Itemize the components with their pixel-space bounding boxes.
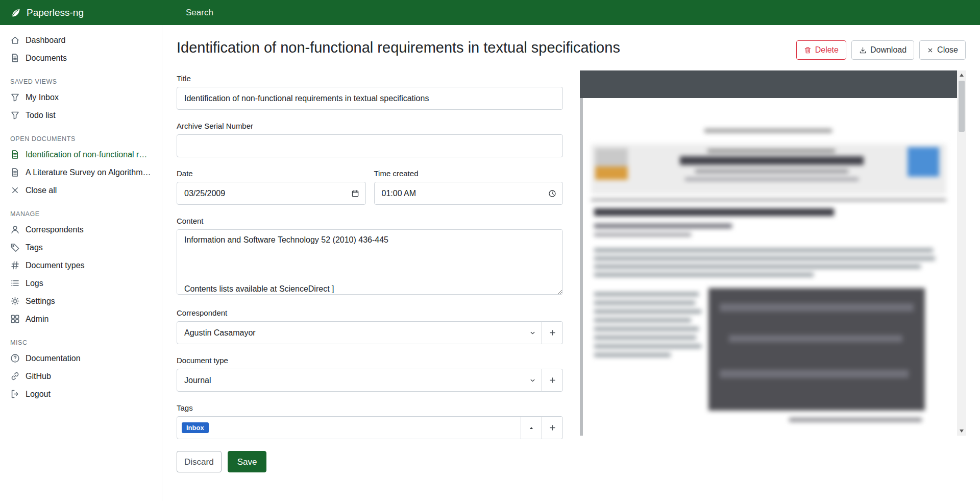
pdf-blur-journal-cover-orange	[595, 166, 628, 180]
github-link-icon	[10, 371, 20, 381]
asn-input[interactable]	[177, 134, 563, 157]
file-text-icon	[10, 168, 20, 177]
date-field-group: Date	[177, 169, 366, 205]
document-type-select[interactable]: Journal	[177, 369, 542, 392]
sidebar-item-label: Documents	[26, 54, 67, 63]
pdf-preview[interactable]	[580, 70, 966, 436]
title-label: Title	[177, 74, 563, 83]
pdf-scrollbar[interactable]	[957, 70, 966, 436]
sidebar-item-logs[interactable]: Logs	[0, 274, 162, 292]
time-field-group: Time created	[374, 169, 564, 205]
house-icon	[10, 35, 20, 45]
pdf-viewer-toolbar	[580, 70, 957, 98]
pdf-blur-column-line	[594, 353, 671, 357]
search-input[interactable]	[185, 7, 501, 18]
delete-button[interactable]: Delete	[796, 40, 846, 60]
scrollbar-thumb[interactable]	[959, 81, 965, 132]
top-navbar: Paperless-ng	[0, 0, 980, 25]
sidebar-item-label: Close all	[26, 186, 57, 195]
sidebar-item-open-doc-1[interactable]: Identification of non-functional require…	[0, 146, 162, 163]
scroll-up-arrow-icon[interactable]	[960, 74, 964, 77]
sidebar-item-label: My Inbox	[26, 93, 59, 102]
date-time-row: Date Time created	[177, 169, 563, 217]
pdf-blurred-content	[580, 98, 957, 436]
pdf-blur-column-line	[594, 309, 701, 314]
asn-label: Archive Serial Number	[177, 122, 563, 130]
pdf-blur-column-line	[594, 318, 691, 322]
sidebar-item-label: Identification of non-functional require…	[26, 150, 152, 159]
file-text-icon	[10, 150, 20, 159]
content-textarea[interactable]: Information and Software Technology 52 (…	[177, 229, 563, 295]
funnel-icon	[10, 110, 20, 120]
sidebar-item-open-doc-2[interactable]: A Literature Survey on Algorithms for Mu…	[0, 163, 162, 181]
sidebar-item-github[interactable]: GitHub	[0, 367, 162, 385]
pdf-blur-column-line	[594, 292, 699, 296]
sidebar-item-correspondents[interactable]: Correspondents	[0, 221, 162, 238]
sidebar-item-tags[interactable]: Tags	[0, 238, 162, 256]
download-button[interactable]: Download	[851, 40, 914, 60]
tags-input[interactable]: Inbox	[177, 416, 521, 439]
calendar-icon[interactable]	[351, 189, 359, 198]
sidebar-item-label: Todo list	[26, 111, 56, 120]
discard-button[interactable]: Discard	[177, 451, 222, 472]
funnel-icon	[10, 92, 20, 102]
pdf-blur-caption-line	[789, 418, 922, 422]
date-input[interactable]	[177, 182, 366, 205]
pdf-blur-journal-title	[680, 156, 864, 165]
close-icon	[927, 47, 934, 54]
title-input[interactable]	[177, 87, 563, 110]
pdf-blur-dense-block	[708, 288, 925, 411]
sidebar-item-label: Admin	[26, 315, 48, 324]
pdf-blur-paper-title	[594, 208, 834, 216]
correspondent-label: Correspondent	[177, 308, 563, 317]
add-tag-button[interactable]	[542, 416, 563, 439]
add-correspondent-button[interactable]	[542, 321, 563, 344]
sidebar-item-admin[interactable]: Admin	[0, 310, 162, 328]
pdf-blur-abstract-line	[594, 265, 921, 269]
sidebar-item-close-all[interactable]: Close all	[0, 181, 162, 199]
question-circle-icon	[10, 353, 20, 363]
tag-icon	[10, 243, 20, 252]
time-created-input[interactable]	[374, 182, 564, 205]
sidebar-item-documentation[interactable]: Documentation	[0, 349, 162, 367]
clock-icon[interactable]	[548, 189, 556, 198]
pdf-blur-author-line	[594, 224, 732, 228]
brand[interactable]: Paperless-ng	[0, 7, 162, 18]
sidebar-item-settings[interactable]: Settings	[0, 292, 162, 310]
sidebar-item-dashboard[interactable]: Dashboard	[0, 31, 162, 49]
delete-button-label: Delete	[815, 46, 839, 54]
scroll-down-arrow-icon[interactable]	[960, 430, 964, 433]
pdf-blur-affiliation-line	[594, 233, 691, 236]
grid-icon	[10, 314, 20, 324]
correspondent-select[interactable]: Agustin Casamayor	[177, 321, 542, 344]
pdf-blur-publisher-logo	[908, 147, 939, 177]
pdf-blur-streak	[720, 303, 914, 312]
list-icon	[10, 278, 20, 288]
sidebar-item-todo-list[interactable]: Todo list	[0, 106, 162, 124]
tags-dropdown-toggle-button[interactable]	[521, 416, 542, 439]
download-icon	[859, 46, 867, 54]
sidebar-item-label: Documentation	[26, 354, 81, 363]
title-field-group: Title	[177, 74, 563, 110]
pdf-blur-abstract-line	[594, 248, 933, 252]
sidebar-item-label: Correspondents	[26, 225, 84, 234]
sidebar-item-label: Settings	[26, 297, 55, 306]
file-icon	[10, 53, 20, 63]
tag-badge-inbox[interactable]: Inbox	[182, 422, 209, 433]
sidebar-item-my-inbox[interactable]: My Inbox	[0, 88, 162, 106]
sidebar-item-label: Logout	[26, 390, 51, 399]
close-button[interactable]: Close	[919, 40, 966, 60]
save-button[interactable]: Save	[228, 451, 267, 472]
sidebar-item-label: A Literature Survey on Algorithms for Mu…	[26, 168, 152, 177]
sidebar-item-logout[interactable]: Logout	[0, 385, 162, 403]
sidebar-item-document-types[interactable]: Document types	[0, 256, 162, 274]
person-icon	[10, 225, 20, 234]
pdf-blur-rule	[591, 199, 946, 201]
pdf-blur-streak	[729, 335, 902, 342]
sidebar-item-documents[interactable]: Documents	[0, 49, 162, 67]
paperless-app: Paperless-ng Dashboard Documents SAVED V…	[0, 0, 980, 501]
tags-field-group: Tags Inbox	[177, 403, 563, 439]
sidebar-item-label: Dashboard	[26, 36, 65, 45]
add-document-type-button[interactable]	[542, 369, 563, 392]
sidebar: Dashboard Documents SAVED VIEWS My Inbox…	[0, 25, 162, 501]
